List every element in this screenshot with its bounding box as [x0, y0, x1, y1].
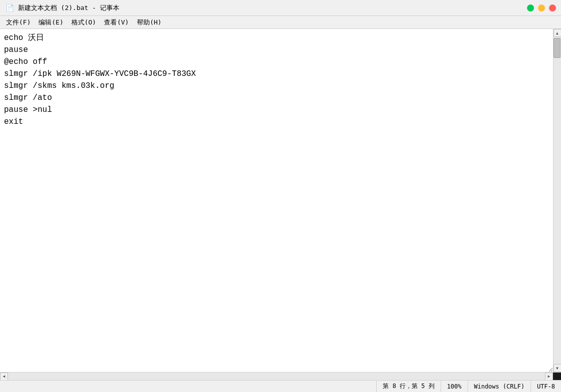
scroll-thumb-vertical[interactable]: [554, 38, 561, 58]
scroll-down-arrow[interactable]: ▼: [554, 364, 561, 372]
encoding: UTF-8: [531, 381, 561, 392]
menu-edit[interactable]: 编辑(E): [34, 17, 67, 28]
minimize-button[interactable]: [538, 4, 545, 11]
vertical-scrollbar[interactable]: ▲ ▼: [553, 29, 561, 372]
menu-bar: 文件(F) 编辑(E) 格式(O) 查看(V) 帮助(H): [0, 16, 561, 29]
horizontal-scrollbar-container: ◀ ▶: [0, 372, 561, 380]
close-button[interactable]: [549, 4, 556, 11]
zoom-level: 100%: [441, 381, 468, 392]
status-bar: 第 8 行，第 5 列 100% Windows (CRLF) UTF-8: [0, 380, 561, 392]
scroll-up-arrow[interactable]: ▲: [554, 29, 561, 37]
cursor-position: 第 8 行，第 5 列: [376, 381, 440, 392]
title-bar: 📄 新建文本文档 (2).bat - 记事本: [0, 0, 561, 16]
menu-view[interactable]: 查看(V): [100, 17, 132, 28]
text-editor[interactable]: [0, 29, 553, 372]
maximize-button[interactable]: [527, 4, 534, 11]
line-ending: Windows (CRLF): [468, 381, 531, 392]
editor-container: ▲ ▼: [0, 29, 561, 372]
scroll-right-arrow[interactable]: ▶: [545, 373, 553, 381]
menu-help[interactable]: 帮助(H): [133, 17, 165, 28]
scroll-left-arrow[interactable]: ◀: [0, 373, 8, 381]
scroll-track-vertical[interactable]: [554, 37, 561, 364]
menu-file[interactable]: 文件(F): [2, 17, 34, 28]
menu-format[interactable]: 格式(O): [67, 17, 100, 28]
scrollbar-corner: [553, 373, 561, 381]
app-icon: 📄: [5, 3, 14, 12]
window-title: 新建文本文档 (2).bat - 记事本: [18, 3, 556, 12]
scroll-track-horizontal[interactable]: [8, 373, 545, 380]
horizontal-scrollbar[interactable]: ◀ ▶: [0, 373, 553, 380]
window-controls: [527, 4, 556, 11]
